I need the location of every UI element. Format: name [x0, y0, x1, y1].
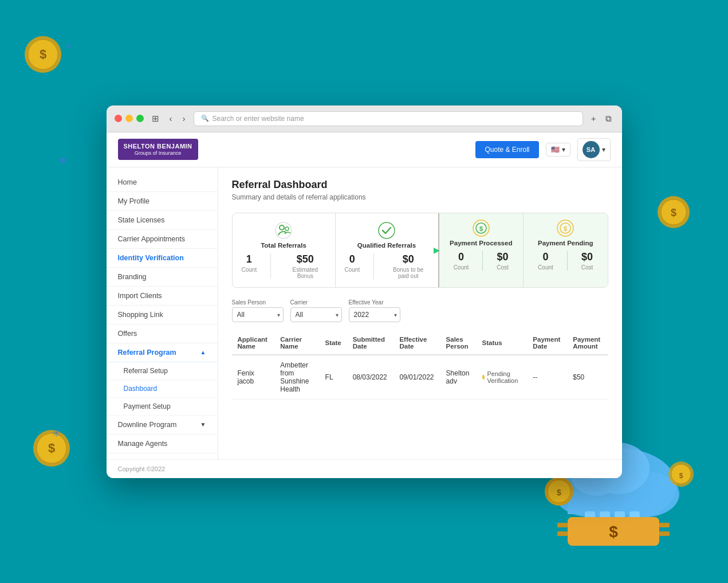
- main-content: Referral Dashboard Summary and details o…: [218, 167, 622, 459]
- browser-toolbar: ⊞ ‹ › 🔍 Search or enter website name + ⧉: [107, 105, 622, 132]
- sidebar-sub-dashboard[interactable]: Dashboard: [107, 380, 218, 398]
- sidebar-item-referral-program[interactable]: Referral Program ▲: [107, 343, 218, 362]
- svg-point-7: [661, 199, 686, 225]
- payment-pending-cost-block: $0 Cost: [581, 251, 593, 271]
- sidebar-carrier-label: Carrier Appointments: [118, 235, 185, 243]
- payment-processed-count-block: 0 Count: [454, 251, 469, 271]
- sidebar-import-label: Import Clients: [118, 292, 162, 300]
- payment-pending-values: 0 Count $0 Cost: [528, 251, 603, 271]
- stat-card-payment-pending: $ Payment Pending 0 Count: [524, 213, 608, 287]
- address-bar[interactable]: 🔍 Search or enter website name: [194, 111, 583, 126]
- col-carrier-name: Carrier Name: [274, 331, 319, 355]
- qualified-referrals-bonus-block: $0 Bonus to be paid out: [388, 253, 429, 279]
- sales-person-select[interactable]: All: [232, 307, 284, 322]
- sidebar-item-downline-program[interactable]: Downline Program ▼: [107, 416, 218, 435]
- stats-container: Total Referrals 1 Count $50 Estimated Bo…: [232, 213, 608, 288]
- sidebar-item-carrier-appointments[interactable]: Carrier Appointments: [107, 230, 218, 249]
- logo-main-text: SHELTON BENJAMIN: [124, 142, 192, 150]
- sidebar-payment-setup-label: Payment Setup: [124, 402, 171, 410]
- stat-card-qualified-referrals: Qualified Referrals 0 Count $0 Bonus to …: [336, 213, 439, 287]
- svg-text:$: $: [679, 472, 683, 480]
- svg-rect-14: [568, 497, 659, 514]
- sidebar-referral-label: Referral Program: [118, 349, 176, 357]
- logo: SHELTON BENJAMIN Groups of Insurance: [118, 139, 198, 161]
- svg-text:$: $: [40, 47, 46, 61]
- stat-card-total-referrals: Total Referrals 1 Count $50 Estimated Bo…: [233, 213, 336, 287]
- qualified-referrals-label: Qualified Referrals: [345, 242, 429, 249]
- total-referrals-bonus-block: $50 Estimated Bonus: [285, 253, 325, 279]
- payment-pending-cost: $0: [581, 251, 593, 263]
- qualified-referrals-count-block: 0 Count: [345, 253, 360, 279]
- sidebar-branding-label: Branding: [118, 273, 147, 281]
- svg-point-25: [545, 477, 573, 506]
- sidebar-item-my-profile[interactable]: My Profile: [107, 192, 218, 211]
- sidebar-setup-label: Referral Setup: [124, 367, 168, 375]
- svg-point-32: [280, 225, 284, 230]
- cell-payment-date: --: [527, 355, 567, 400]
- sidebar-toggle-button[interactable]: ⊞: [149, 112, 162, 125]
- status-badge: Pending Verification: [482, 370, 522, 384]
- language-selector[interactable]: 🇺🇸 ▾: [546, 143, 570, 156]
- sidebar-sub-payment-setup[interactable]: Payment Setup: [107, 398, 218, 416]
- payment-processed-count-label: Count: [454, 264, 469, 271]
- table-header: Applicant Name Carrier Name State Submit…: [232, 331, 608, 355]
- app-footer: Copyright ©2022: [107, 459, 622, 478]
- cell-state: FL: [320, 355, 347, 400]
- sidebar-item-home[interactable]: Home: [107, 173, 218, 192]
- svg-text:$: $: [671, 207, 676, 218]
- payment-processed-values: 0 Count $0 Cost: [444, 251, 519, 271]
- sales-person-filter-wrapper: All: [232, 307, 284, 322]
- qualified-referrals-bonus-label: Bonus to be paid out: [388, 267, 429, 279]
- sidebar-item-shopping-link[interactable]: Shopping Link: [107, 306, 218, 324]
- expand-icon: ▲: [200, 349, 206, 355]
- sidebar-sub-referral-setup[interactable]: Referral Setup: [107, 362, 218, 380]
- sidebar-downline-label: Downline Program: [118, 421, 177, 429]
- copy-button[interactable]: ⧉: [603, 112, 614, 125]
- svg-rect-17: [615, 511, 625, 531]
- svg-point-11: [611, 471, 679, 517]
- sidebar-item-state-licenses[interactable]: State Licenses: [107, 211, 218, 230]
- svg-point-29: [671, 464, 691, 484]
- payment-pending-label: Payment Pending: [528, 240, 603, 246]
- effective-year-select[interactable]: 2022: [349, 307, 400, 322]
- back-button[interactable]: ‹: [167, 112, 175, 124]
- minimize-button[interactable]: [125, 115, 133, 122]
- sidebar-item-manage-agents[interactable]: Manage Agents: [107, 435, 218, 453]
- col-payment-amount: Payment Amount: [567, 331, 608, 355]
- browser-window: ⊞ ‹ › 🔍 Search or enter website name + ⧉…: [107, 105, 622, 478]
- qualified-referrals-icon: [377, 221, 396, 240]
- sidebar-item-identity-verification[interactable]: Identity Verification: [107, 249, 218, 268]
- qualified-referrals-count: 0: [345, 253, 360, 265]
- logo-sub-text: Groups of Insurance: [124, 150, 192, 157]
- svg-rect-16: [600, 511, 610, 531]
- sidebar-item-offers[interactable]: Offers: [107, 324, 218, 343]
- quote-enroll-button[interactable]: Quote & Enroll: [475, 141, 538, 158]
- divider: [482, 251, 483, 271]
- col-state: State: [320, 331, 347, 355]
- col-status: Status: [477, 331, 528, 355]
- carrier-select[interactable]: All: [290, 307, 342, 322]
- sidebar-item-import-clients[interactable]: Import Clients: [107, 287, 218, 306]
- app-header: SHELTON BENJAMIN Groups of Insurance Quo…: [107, 132, 622, 167]
- svg-point-1: [28, 40, 58, 69]
- sales-person-filter: Sales Person All: [232, 299, 284, 322]
- flag-icon: 🇺🇸: [551, 146, 560, 154]
- payment-pending-count: 0: [538, 251, 553, 263]
- new-tab-button[interactable]: +: [589, 112, 599, 125]
- payment-processed-count: 0: [454, 251, 469, 263]
- stat-card-payment-processed: $ Payment Processed 0 Count: [439, 213, 524, 287]
- close-button[interactable]: [115, 115, 122, 122]
- sales-person-filter-label: Sales Person: [232, 299, 284, 306]
- effective-year-filter-wrapper: 2022: [349, 307, 400, 322]
- user-menu-button[interactable]: SA ▾: [577, 138, 611, 161]
- payment-processed-label: Payment Processed: [444, 240, 519, 246]
- forward-button[interactable]: ›: [180, 112, 188, 124]
- filters-row: Sales Person All Carrier All: [232, 299, 608, 322]
- total-referrals-count-label: Count: [242, 267, 257, 273]
- table-body: Fenix jacob Ambetter from Sunshine Healt…: [232, 355, 608, 400]
- sidebar-item-branding[interactable]: Branding: [107, 268, 218, 287]
- referrals-table: Applicant Name Carrier Name State Submit…: [232, 331, 608, 400]
- payment-processed-cost-label: Cost: [497, 264, 509, 271]
- maximize-button[interactable]: [136, 115, 144, 122]
- carrier-filter-wrapper: All: [290, 307, 342, 322]
